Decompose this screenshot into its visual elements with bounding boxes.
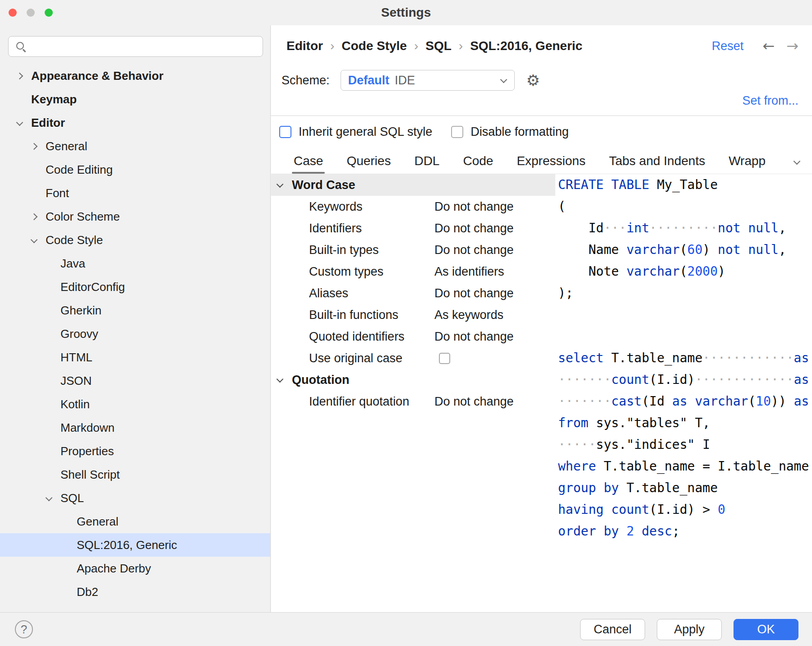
chevron-expanded-icon[interactable] — [16, 119, 23, 126]
tab-case[interactable]: Case — [282, 148, 335, 174]
chevron-collapsed-icon[interactable] — [31, 143, 38, 150]
gear-icon[interactable]: ⚙ — [526, 71, 540, 89]
inherit-general-sql-style-checkbox[interactable] — [279, 126, 291, 138]
code-token-num: 2000 — [687, 264, 718, 279]
sidebar-item-shell-script[interactable]: Shell Script — [0, 463, 271, 486]
sidebar-item-appearance-behavior[interactable]: Appearance & Behavior — [0, 64, 271, 88]
sidebar-item-markdown[interactable]: Markdown — [0, 416, 271, 439]
code-token-kw: select — [558, 351, 604, 365]
settings-main-panel: Editor›Code Style›SQL›SQL:2016, Generic … — [271, 25, 812, 612]
sidebar-item-html[interactable]: HTML — [0, 346, 271, 369]
chevron-expanded-icon[interactable] — [46, 494, 53, 502]
help-button[interactable]: ? — [15, 620, 33, 638]
case-settings-panel: Word CaseKeywordsDo not changeIdentifier… — [271, 174, 555, 612]
code-token-num: 10 — [756, 394, 771, 409]
sidebar-item-font[interactable]: Font — [0, 181, 271, 205]
breadcrumb-separator: › — [414, 39, 418, 53]
scheme-select[interactable]: Default IDE — [341, 70, 515, 91]
dropdown-aliases[interactable]: Do not change — [434, 286, 514, 300]
breadcrumb-separator: › — [330, 39, 334, 53]
sidebar-item-general[interactable]: General — [0, 134, 271, 158]
breadcrumb-item-sql-2016-generic[interactable]: SQL:2016, Generic — [470, 39, 582, 53]
sidebar-item-editor[interactable]: Editor — [0, 111, 271, 134]
dropdown-custom-types[interactable]: As identifiers — [434, 265, 504, 279]
sidebar-item-java[interactable]: Java — [0, 252, 271, 275]
breadcrumb-item-sql[interactable]: SQL — [425, 39, 452, 53]
code-token-pl: My_Table — [649, 177, 718, 192]
section-header-quotation[interactable]: Quotation — [271, 369, 555, 391]
dropdown-identifier-quotation[interactable]: Do not change — [434, 395, 514, 409]
code-line: having count(I.id) > 0 — [558, 499, 812, 521]
section-header-word-case[interactable]: Word Case — [271, 174, 555, 196]
code-token-pl — [634, 524, 642, 539]
sidebar-item-groovy[interactable]: Groovy — [0, 322, 271, 346]
ok-button[interactable]: OK — [734, 619, 798, 640]
code-line: CREATE TABLE My_Table — [558, 174, 812, 196]
tab-ddl[interactable]: DDL — [402, 148, 451, 174]
cancel-button[interactable]: Cancel — [580, 619, 645, 640]
tab-wrapp[interactable]: Wrapp — [717, 148, 777, 174]
code-token-dot: ······· — [558, 394, 611, 409]
dropdown-quoted-identifiers[interactable]: Do not change — [434, 330, 514, 344]
setting-row-use-original-case: Use original case — [271, 347, 555, 369]
sidebar-item-label: Groovy — [60, 327, 98, 341]
setting-row-keywords: KeywordsDo not change — [271, 196, 555, 217]
settings-sidebar: Appearance & BehaviorKeymapEditorGeneral… — [0, 25, 271, 612]
sidebar-item-label: Keymap — [31, 92, 77, 106]
chevron-collapsed-icon[interactable] — [16, 73, 23, 80]
tabs-overflow-chevron-icon[interactable] — [794, 158, 801, 165]
sidebar-item-sql[interactable]: SQL — [0, 486, 271, 510]
setting-label: Identifiers — [309, 221, 362, 235]
sidebar-item-label: Appearance & Behavior — [31, 69, 163, 83]
sidebar-item-keymap[interactable]: Keymap — [0, 88, 271, 111]
breadcrumb-item-code-style[interactable]: Code Style — [341, 39, 407, 53]
code-token-pl: sys."indices" I — [596, 437, 710, 452]
tabs: CaseQueriesDDLCodeExpressionsTabs and In… — [271, 148, 780, 174]
chevron-expanded-icon[interactable] — [277, 181, 284, 188]
tab-expressions[interactable]: Expressions — [505, 148, 597, 174]
disable-formatting-checkbox[interactable] — [451, 126, 463, 138]
sidebar-item-db2[interactable]: Db2 — [0, 580, 271, 604]
code-token-num: 0 — [718, 502, 725, 517]
sidebar-item-kotlin[interactable]: Kotlin — [0, 392, 271, 416]
sidebar-item-color-scheme[interactable]: Color Scheme — [0, 205, 271, 228]
sidebar-item-json[interactable]: JSON — [0, 369, 271, 392]
chevron-expanded-icon[interactable] — [277, 376, 284, 383]
breadcrumb-item-editor[interactable]: Editor — [286, 39, 323, 53]
forward-arrow-icon[interactable]: → — [786, 37, 798, 55]
tab-tabs-and-indents[interactable]: Tabs and Indents — [597, 148, 717, 174]
sidebar-item-general[interactable]: General — [0, 510, 271, 533]
scheme-selected-value: Default — [348, 74, 390, 88]
dropdown-identifiers[interactable]: Do not change — [434, 221, 514, 235]
set-from-link[interactable]: Set from... — [742, 94, 798, 108]
dropdown-built-in-types[interactable]: Do not change — [434, 243, 514, 257]
sidebar-item-sql-2016-generic[interactable]: SQL:2016, Generic — [0, 533, 271, 557]
header-divider — [271, 115, 812, 116]
chevron-expanded-icon[interactable] — [31, 236, 38, 244]
scheme-row: Scheme: Default IDE ⚙ — [281, 69, 540, 91]
dropdown-keywords[interactable]: Do not change — [434, 200, 514, 214]
checkbox-use-original-case[interactable] — [439, 353, 450, 364]
sidebar-item-code-editing[interactable]: Code Editing — [0, 158, 271, 181]
tab-queries[interactable]: Queries — [335, 148, 402, 174]
reset-button[interactable]: Reset — [712, 39, 744, 53]
code-token-kw: as — [794, 351, 809, 365]
code-token-dot: ········· — [649, 221, 718, 235]
code-token-kw: not null — [718, 242, 779, 257]
code-token-pl: , — [779, 221, 786, 235]
sidebar-item-apache-derby[interactable]: Apache Derby — [0, 557, 271, 580]
code-token-pl — [604, 502, 611, 517]
back-arrow-icon[interactable]: ← — [762, 37, 775, 55]
settings-search-input[interactable] — [8, 36, 263, 57]
sidebar-item-editorconfig[interactable]: EditorConfig — [0, 275, 271, 299]
code-token-pl — [604, 177, 611, 192]
sidebar-item-properties[interactable]: Properties — [0, 439, 271, 463]
sidebar-item-gherkin[interactable]: Gherkin — [0, 299, 271, 322]
sidebar-item-code-style[interactable]: Code Style — [0, 228, 271, 252]
apply-button[interactable]: Apply — [657, 619, 722, 640]
dropdown-built-in-functions[interactable]: As keywords — [434, 308, 503, 322]
tab-code[interactable]: Code — [451, 148, 505, 174]
breadcrumb-separator: › — [459, 39, 463, 53]
chevron-collapsed-icon[interactable] — [31, 213, 38, 221]
sidebar-item-label: Color Scheme — [46, 210, 120, 224]
